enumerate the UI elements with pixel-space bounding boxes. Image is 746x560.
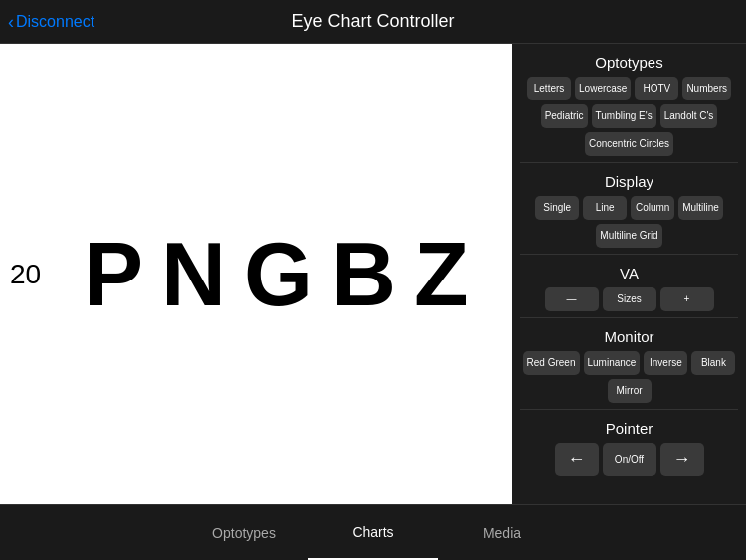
divider-1 <box>520 162 738 163</box>
header: ‹ Disconnect Eye Chart Controller <box>0 0 746 44</box>
tab-media-label: Media <box>483 525 521 541</box>
btn-mirror[interactable]: Mirror <box>608 379 652 403</box>
btn-concentric[interactable]: Concentric Circles <box>585 132 673 156</box>
acuity-label: 20 <box>10 259 41 290</box>
back-chevron-icon: ‹ <box>8 13 14 31</box>
chart-letter: N <box>161 230 226 319</box>
btn-pediatric[interactable]: Pediatric <box>541 104 588 128</box>
monitor-row: Red Green Luminance Inverse Blank Mirror <box>520 351 738 403</box>
btn-va-sizes[interactable]: Sizes <box>603 287 656 311</box>
back-label: Disconnect <box>16 13 94 31</box>
btn-landolt-c[interactable]: Landolt C's <box>660 104 718 128</box>
btn-va-minus[interactable]: — <box>545 287 599 311</box>
btn-line[interactable]: Line <box>583 196 627 220</box>
btn-luminance[interactable]: Luminance <box>584 351 641 375</box>
btn-pointer-left[interactable]: ← <box>555 443 599 476</box>
va-row: — Sizes + <box>520 287 738 311</box>
tab-media[interactable]: Media <box>438 505 567 560</box>
main-area: 20 PNGBZ Optotypes Letters Lowercase HOT… <box>0 44 746 504</box>
btn-column[interactable]: Column <box>631 196 674 220</box>
pointer-section-title: Pointer <box>520 416 738 439</box>
pointer-row: ← On/Off → <box>520 443 738 476</box>
chart-letters: PNGBZ <box>0 230 512 319</box>
chart-letter: P <box>84 230 143 319</box>
tab-bar: Optotypes Charts Media <box>0 504 746 560</box>
page-title: Eye Chart Controller <box>291 11 454 32</box>
chart-letter: B <box>331 230 396 319</box>
btn-tumbling-e[interactable]: Tumbling E's <box>592 104 656 128</box>
display-section-title: Display <box>520 169 738 192</box>
btn-pointer-right[interactable]: → <box>660 443 704 476</box>
btn-inverse[interactable]: Inverse <box>644 351 687 375</box>
optotypes-row2: Pediatric Tumbling E's Landolt C's Conce… <box>520 104 738 156</box>
divider-3 <box>520 317 738 318</box>
btn-multiline[interactable]: Multiline <box>678 196 723 220</box>
controls-panel: Optotypes Letters Lowercase HOTV Numbers… <box>512 44 746 504</box>
tab-optotypes-label: Optotypes <box>212 525 276 541</box>
btn-va-plus[interactable]: + <box>660 287 714 311</box>
optotypes-section-title: Optotypes <box>520 50 738 73</box>
btn-red-green[interactable]: Red Green <box>523 351 580 375</box>
tab-optotypes[interactable]: Optotypes <box>179 505 308 560</box>
btn-letters[interactable]: Letters <box>527 77 571 100</box>
display-row1: Single Line Column Multiline Multiline G… <box>520 196 738 248</box>
divider-2 <box>520 254 738 255</box>
back-button[interactable]: ‹ Disconnect <box>8 13 94 31</box>
btn-hotv[interactable]: HOTV <box>635 77 678 100</box>
chart-display: 20 PNGBZ <box>0 44 512 504</box>
chart-letter: G <box>244 230 313 319</box>
chart-letter: Z <box>414 230 468 319</box>
va-section-title: VA <box>520 261 738 283</box>
btn-single[interactable]: Single <box>535 196 579 220</box>
btn-lowercase[interactable]: Lowercase <box>575 77 631 100</box>
divider-4 <box>520 409 738 410</box>
optotypes-row1: Letters Lowercase HOTV Numbers <box>520 77 738 100</box>
btn-multiline-grid[interactable]: Multiline Grid <box>596 224 661 248</box>
monitor-section-title: Monitor <box>520 324 738 347</box>
btn-pointer-onoff[interactable]: On/Off <box>603 443 656 476</box>
btn-numbers[interactable]: Numbers <box>682 77 731 100</box>
tab-charts-label: Charts <box>352 524 393 540</box>
btn-blank[interactable]: Blank <box>691 351 735 375</box>
tab-charts[interactable]: Charts <box>308 505 438 560</box>
